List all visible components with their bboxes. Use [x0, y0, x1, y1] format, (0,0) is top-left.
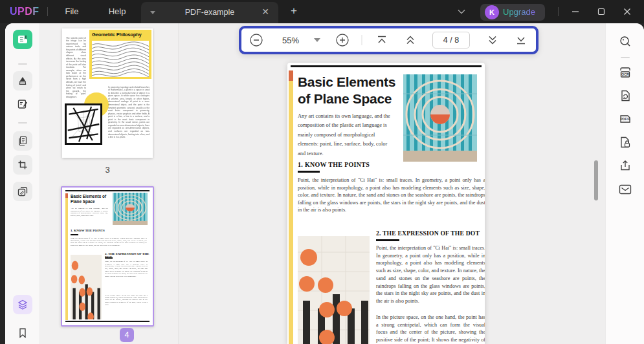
- thumb3-left-text: The specific point of the image can be e…: [66, 36, 86, 98]
- section-1-heading-rule: [298, 171, 320, 173]
- thumb4-heading-1-rule: [71, 234, 78, 235]
- zoom-level-value[interactable]: 55%: [282, 36, 299, 45]
- last-page-button[interactable]: [516, 36, 526, 45]
- document-tab[interactable]: PDF-example ✕: [141, 2, 278, 23]
- thumb3-right-text: In geometry, topology and related branch…: [108, 85, 150, 138]
- svg-text:PDF/A: PDF/A: [620, 117, 630, 121]
- mail-icon[interactable]: [616, 180, 634, 199]
- pdfa-icon[interactable]: PDF/A: [616, 110, 634, 128]
- thumbnail-page-4-selected[interactable]: Basic Elements of Plane Space Any art co…: [61, 186, 154, 327]
- teal-circles-image: [403, 74, 477, 162]
- tab-close-icon[interactable]: ✕: [260, 2, 271, 23]
- thumb4-paragraph-3: In the picture space, on the one hand, t…: [105, 294, 148, 306]
- reader-icon[interactable]: [13, 30, 32, 49]
- rail-divider: [621, 57, 630, 58]
- maximize-button[interactable]: [591, 0, 612, 23]
- window-controls-divider: [558, 7, 559, 16]
- page-yellow-bar: [289, 70, 293, 344]
- pdf-page-4[interactable]: Basic Elements of Plane Space Any art co…: [287, 63, 485, 344]
- thumb4-heading-2-rule: [105, 257, 113, 259]
- page-title: Basic Elements of Plane Space: [298, 74, 405, 107]
- thumb4-top-rule: [65, 190, 150, 191]
- thumb3-page-number: 3: [62, 165, 153, 175]
- ocr-icon[interactable]: OCR: [616, 63, 634, 81]
- upgrade-button[interactable]: K Upgrade: [480, 4, 545, 21]
- crop-icon[interactable]: [13, 155, 32, 175]
- first-page-button[interactable]: [377, 36, 387, 45]
- page-number-input[interactable]: 4 / 8: [432, 32, 470, 48]
- annotate-icon[interactable]: [13, 94, 32, 114]
- highlighter-icon[interactable]: [13, 71, 32, 91]
- thumb4-teal-image: [113, 193, 148, 225]
- layers-icon[interactable]: [13, 295, 32, 314]
- menu-file[interactable]: File: [62, 0, 82, 23]
- share-icon[interactable]: [616, 156, 634, 175]
- app-logo: UPDF: [10, 0, 39, 23]
- menu-help[interactable]: Help: [106, 0, 128, 23]
- stamp-icon[interactable]: [13, 182, 32, 201]
- thumb4-title: Basic Elements of Plane Space: [71, 194, 111, 204]
- rail-divider: [18, 63, 27, 65]
- previous-page-button[interactable]: [405, 36, 416, 45]
- organize-pages-icon[interactable]: [13, 131, 32, 151]
- thumb4-orange-mark: [65, 193, 68, 198]
- thumb4-dots-image: [71, 255, 102, 319]
- zoom-out-button[interactable]: [249, 33, 263, 47]
- convert-icon[interactable]: [616, 87, 634, 105]
- thumb4-paragraph-2: Point, the interpretation of "Ci Hai" is…: [105, 260, 148, 277]
- thumbnail-page-3[interactable]: Geometric Philosophy: [62, 28, 153, 158]
- toolbar-divider: [362, 35, 362, 45]
- new-tab-button[interactable]: +: [287, 0, 300, 23]
- right-tool-rail: OCR PDF/A: [605, 23, 644, 344]
- minimize-button[interactable]: [565, 0, 586, 23]
- bookmark-icon[interactable]: [13, 323, 32, 343]
- close-button[interactable]: [617, 0, 638, 23]
- thumb4-intro-text: Any art contains its own language, and t…: [71, 207, 108, 217]
- dots-and-bars-image: [298, 236, 370, 344]
- section-2-paragraph-1: Point, the interpretation of "Ci Hai" is…: [376, 244, 485, 305]
- section-2-heading-rule: [376, 239, 399, 241]
- section-1-heading: 1. KNOW THE POINTS: [298, 161, 370, 168]
- title-bar: UPDF File Help PDF-example ✕ + K Upgrade: [0, 0, 644, 23]
- document-viewer: 55% 4 / 8: [178, 23, 605, 344]
- thumb3-line-art: [65, 103, 102, 145]
- protect-icon[interactable]: [616, 133, 634, 151]
- thumb4-yellow-bar: [65, 193, 68, 320]
- left-tool-rail: [5, 23, 40, 344]
- thumb3-wave-art: [92, 41, 149, 77]
- menu-divider: [47, 7, 48, 16]
- thumb3-title-block: Geometric Philosophy: [89, 30, 151, 79]
- viewer-scrollbar-thumb[interactable]: [594, 160, 598, 200]
- thumb4-bottom-rule: [65, 321, 150, 322]
- thumb4-heading-1: 1. KNOW THE POINTS: [71, 229, 105, 232]
- upgrade-label: Upgrade: [503, 4, 535, 21]
- page-top-rule: [291, 65, 482, 67]
- app-window: Geometric Philosophy: [5, 23, 644, 344]
- page-intro-text: Any art contains its own language, and t…: [298, 112, 396, 158]
- thumb3-title: Geometric Philosophy: [92, 32, 149, 38]
- section-2-paragraph-2: In the picture space, on the one hand, t…: [376, 314, 485, 344]
- zoom-dropdown-caret-icon[interactable]: [314, 38, 320, 42]
- tab-title: PDF-example: [141, 2, 278, 23]
- thumb4-page-number-badge: 4: [120, 328, 134, 342]
- thumbnail-panel: Geometric Philosophy: [40, 23, 178, 344]
- svg-text:OCR: OCR: [621, 72, 629, 76]
- next-page-button[interactable]: [487, 36, 498, 45]
- rail-divider: [18, 122, 27, 124]
- titlebar-chevron-down-icon[interactable]: [455, 0, 468, 23]
- thumb4-paragraph-1: Point, the interpretation of "Ci Hai" is…: [71, 237, 147, 246]
- zoom-page-toolbar: 55% 4 / 8: [239, 26, 539, 54]
- section-2-heading: 2. THE EXPRESSION OF THE DOT: [376, 230, 480, 237]
- section-1-paragraph: Point, the interpretation of "Ci Hai" is…: [298, 177, 485, 214]
- avatar[interactable]: K: [485, 5, 499, 19]
- page-orange-mark: [289, 70, 293, 81]
- zoom-in-button[interactable]: [335, 33, 350, 47]
- search-icon[interactable]: [616, 32, 634, 50]
